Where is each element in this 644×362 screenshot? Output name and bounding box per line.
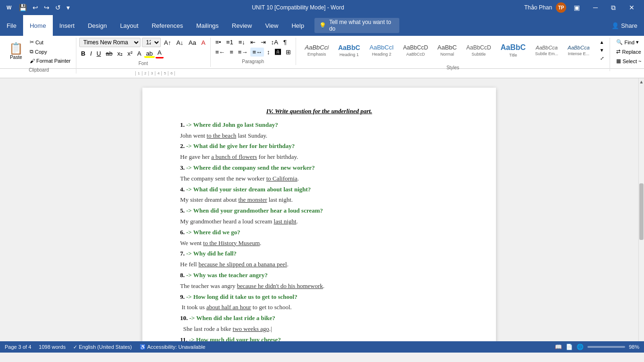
style-heading2-preview: AaBbCcI (370, 44, 394, 51)
style-aabbccd-preview: AaBbCcD (403, 44, 428, 51)
document-page: IV. Write question for the underlined pa… (142, 88, 496, 341)
status-bar: Page 3 of 4 1098 words ✓ English (United… (0, 341, 644, 353)
style-heading1[interactable]: AaBbC Heading 1 (334, 42, 364, 59)
multilevel-button[interactable]: ≡↓ (237, 38, 247, 47)
copy-button[interactable]: ⧉ Copy (27, 47, 73, 56)
text-effects-button[interactable]: A (135, 49, 143, 58)
styles-scroll: ▲ ▼ ⤢ (597, 38, 607, 63)
find-button[interactable]: 🔍 Find ▾ (613, 38, 644, 47)
style-aabbccd[interactable]: AaBbCcD AaBbCcD (399, 42, 432, 58)
minimize-button[interactable]: ─ (587, 0, 603, 15)
italic-button[interactable]: I (88, 49, 94, 58)
save-quick-button[interactable]: 💾 (17, 3, 29, 12)
redo-button[interactable]: ↪ (42, 3, 51, 12)
styles-expand[interactable]: ⤢ (598, 55, 606, 62)
format-painter-button[interactable]: 🖌 Format Painter (27, 57, 73, 65)
scroll-up-arrow[interactable]: ▲ (639, 78, 644, 85)
print-layout-button[interactable]: 📄 (566, 344, 573, 350)
style-emphasis[interactable]: AaBbCci Emphasis (301, 42, 333, 58)
show-formatting-button[interactable]: ¶ (281, 38, 289, 47)
select-icon: ▦ (616, 58, 621, 64)
share-button[interactable]: 👤 Share (605, 15, 644, 36)
borders-button[interactable]: ⊞ (284, 48, 293, 57)
style-subtitle[interactable]: AaBbCcD Subtitle (462, 42, 495, 58)
style-subtle-em[interactable]: AaBbCca Subtle Em... (531, 43, 562, 58)
zoom-slider[interactable] (587, 346, 625, 348)
menu-layout[interactable]: Layout (114, 15, 145, 36)
document-title: UNIT 10 [Compatibility Mode] - Word (252, 4, 344, 11)
decrease-indent-button[interactable]: ⇤ (248, 38, 257, 47)
font-name-select[interactable]: Times New Roma (79, 38, 140, 47)
tell-me-input[interactable]: 💡 Tell me what you want to do (314, 18, 399, 33)
text-highlight-button[interactable]: ab (144, 49, 155, 58)
close-button[interactable]: ✕ (623, 0, 640, 15)
style-normal[interactable]: AaBbC Normal (433, 42, 461, 58)
align-center-button[interactable]: ≡ (228, 48, 235, 57)
shading-button[interactable]: 🅰 (273, 48, 283, 57)
underline-button[interactable]: U (95, 49, 103, 58)
document-scroll[interactable]: IV. Write question for the underlined pa… (0, 78, 638, 341)
document-area: IV. Write question for the underlined pa… (0, 78, 644, 341)
style-title[interactable]: AaBbC Title (496, 41, 530, 59)
replace-button[interactable]: ⇄ Replace (613, 47, 644, 56)
change-case-button[interactable]: Aa (187, 38, 198, 47)
superscript-button[interactable]: x² (125, 49, 134, 58)
editing-group: 🔍 Find ▾ ⇄ Replace ▦ Select ~ Editing (610, 38, 644, 74)
layout-button[interactable]: ▣ (568, 0, 586, 15)
vertical-scrollbar[interactable]: ▲ ▼ (638, 78, 644, 341)
increase-indent-button[interactable]: ⇥ (259, 38, 268, 47)
styles-scroll-down[interactable]: ▼ (598, 47, 606, 54)
item-3: 3. -> Where did the company send the new… (180, 163, 458, 173)
select-button[interactable]: ▦ Select ~ (613, 57, 644, 66)
menu-help[interactable]: Help (285, 15, 311, 36)
menu-mailings[interactable]: Mailings (190, 15, 225, 36)
styles-content: AaBbCci Emphasis AaBbC Heading 1 AaBbCcI… (299, 38, 607, 63)
style-intense-e[interactable]: AaBbCca Intense E... (563, 43, 594, 58)
menu-home[interactable]: Home (23, 15, 53, 36)
status-left: Page 3 of 4 1098 words ✓ English (United… (5, 344, 206, 350)
align-right-button[interactable]: ≡→ (236, 48, 250, 57)
subscript-button[interactable]: x₂ (116, 49, 125, 58)
style-intense-e-label: Intense E... (568, 51, 590, 56)
menu-insert[interactable]: Insert (53, 15, 82, 36)
style-aabbccd-label: AaBbCcD (406, 52, 425, 57)
bold-button[interactable]: B (79, 49, 87, 58)
sort-button[interactable]: ↕A (269, 38, 280, 47)
item-1: 1. -> Where did John go last Sunday? (180, 120, 458, 130)
decrease-font-button[interactable]: A↓ (174, 38, 185, 47)
bullets-button[interactable]: ≡• (214, 38, 223, 47)
font-color-button[interactable]: A (156, 48, 164, 58)
font-row1: Times New Roma 12 A↑ A↓ Aa A (79, 38, 207, 47)
line-spacing-button[interactable]: ↕ (265, 48, 272, 57)
menu-file[interactable]: File (0, 15, 23, 36)
user-avatar[interactable]: TP (556, 2, 566, 13)
justify-button[interactable]: ≡↔ (250, 48, 264, 57)
menu-view[interactable]: View (258, 15, 285, 36)
repeat-button[interactable]: ↺ (53, 3, 63, 12)
scrollbar-thumb[interactable] (639, 183, 644, 240)
styles-scroll-up[interactable]: ▲ (598, 39, 606, 46)
status-right: 📖 📄 🌐 98% (555, 344, 639, 350)
increase-font-button[interactable]: A↑ (162, 38, 173, 47)
restore-button[interactable]: ⧉ (605, 0, 621, 15)
item-9: 9. -> How long did it take us to get to … (180, 292, 458, 302)
align-left-button[interactable]: ≡← (214, 48, 227, 57)
clear-format-button[interactable]: A (199, 38, 207, 47)
style-intense-e-preview: AaBbCca (568, 45, 589, 50)
style-heading2[interactable]: AaBbCcI Heading 2 (365, 42, 398, 58)
menu-design[interactable]: Design (81, 15, 113, 36)
font-content: Times New Roma 12 A↑ A↓ Aa A B I U ab x₂ (79, 38, 207, 58)
menu-review[interactable]: Review (225, 15, 259, 36)
customize-button[interactable]: ▾ (65, 3, 72, 12)
para-row2: ≡← ≡ ≡→ ≡↔ ↕ 🅰 ⊞ (214, 48, 293, 57)
word-icon-button[interactable]: W (4, 2, 15, 13)
font-size-select[interactable]: 12 (142, 38, 161, 47)
paste-button[interactable]: 📋 Paste (5, 38, 27, 65)
web-layout-button[interactable]: 🌐 (577, 344, 584, 350)
read-mode-button[interactable]: 📖 (555, 344, 562, 350)
strikethrough-button[interactable]: ab (104, 49, 114, 58)
numbering-button[interactable]: ≡1 (224, 38, 235, 47)
cut-button[interactable]: ✂ Cut (27, 38, 73, 47)
undo-button[interactable]: ↩ (31, 3, 40, 12)
menu-references[interactable]: References (145, 15, 190, 36)
